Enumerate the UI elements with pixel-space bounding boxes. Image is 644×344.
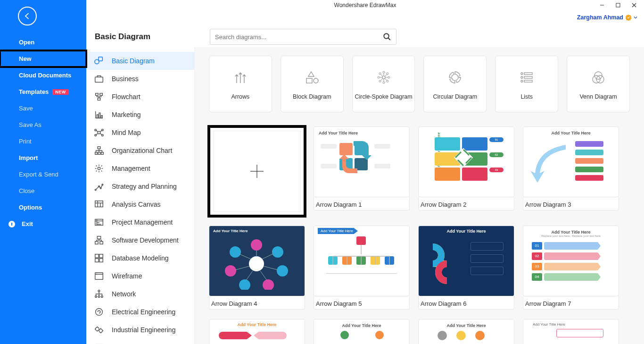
template-thumb: Add Your Title Here xyxy=(523,126,619,197)
mind-icon xyxy=(94,127,104,138)
category-label: Electrical Engineering xyxy=(112,308,175,316)
category-electrical-engineering[interactable]: Electrical Engineering xyxy=(86,303,194,321)
svg-point-17 xyxy=(98,131,100,134)
svg-rect-66 xyxy=(524,80,532,82)
svg-rect-35 xyxy=(100,242,103,244)
template-arrow-diagram-1[interactable]: Add Your Title Here Arrow Diagram 1 xyxy=(314,126,410,216)
canvas-icon xyxy=(94,199,104,210)
nav-item-new[interactable]: New xyxy=(0,50,86,67)
nav-item-save-as[interactable]: Save As xyxy=(0,117,86,133)
category-database-modeling[interactable]: Database Modeling xyxy=(86,249,194,267)
svg-rect-9 xyxy=(99,57,102,61)
template-arrow-diagram-3[interactable]: Add Your Title Here Arrow Diagram 3 xyxy=(523,126,619,216)
wireframe-icon xyxy=(94,271,104,281)
svg-point-26 xyxy=(98,167,100,170)
template-arrow8[interactable]: Add Your Title Here xyxy=(209,319,305,344)
category-sidebar: Basic DiagramBusinessFlowchartMarketingM… xyxy=(86,47,195,344)
category-marketing[interactable]: Marketing xyxy=(86,106,194,124)
category-organizational-chart[interactable]: Organizational Chart xyxy=(86,142,194,159)
minimize-button[interactable] xyxy=(594,0,610,10)
user-account[interactable]: Zargham Ahmad xyxy=(577,14,637,21)
category-basic-diagram[interactable]: Basic Diagram xyxy=(86,52,194,70)
nav-item-export-send[interactable]: Export & Send xyxy=(0,166,86,183)
template-arrow-diagram-5[interactable]: Add Your Title Here Arrow Diagram 5 xyxy=(314,226,410,310)
template-thumb xyxy=(209,126,305,216)
maximize-button[interactable] xyxy=(610,0,626,10)
template-arrow-diagram-2[interactable]: Add Your Title Here 01 02 03Arrow Diagra… xyxy=(418,126,514,216)
nav-item-open[interactable]: Open xyxy=(0,34,86,50)
search-input-wrap[interactable] xyxy=(210,29,396,45)
svg-rect-38 xyxy=(95,259,99,262)
svg-point-46 xyxy=(96,327,99,331)
type-label: Block Diagram xyxy=(293,93,331,100)
category-business[interactable]: Business xyxy=(86,70,194,88)
diagram-type-block-diagram[interactable]: Block Diagram xyxy=(281,56,344,112)
diagram-type-circle-spoke-diagram[interactable]: Circle-Spoke Diagram xyxy=(352,56,415,112)
diagram-type-arrows[interactable]: Arrows xyxy=(209,56,272,112)
category-management[interactable]: Management xyxy=(86,159,194,177)
svg-point-79 xyxy=(225,265,236,277)
svg-rect-40 xyxy=(95,273,103,280)
svg-rect-0 xyxy=(11,223,12,226)
nav-item-save[interactable]: Save xyxy=(0,100,86,117)
type-label: Venn Diagram xyxy=(579,93,617,100)
category-project-management[interactable]: Project Management xyxy=(86,213,194,231)
category-analysis-canvas[interactable]: Analysis Canvas xyxy=(86,195,194,213)
type-label: Arrows xyxy=(231,93,249,100)
svg-point-54 xyxy=(383,82,385,84)
svg-rect-65 xyxy=(524,76,532,78)
nav-item-templates[interactable]: TemplatesNEW xyxy=(0,84,86,100)
category-network[interactable]: Network xyxy=(86,285,194,303)
close-button[interactable] xyxy=(626,0,642,10)
software-icon xyxy=(94,235,104,245)
diagram-type-lists[interactable]: Lists xyxy=(495,56,558,112)
search-input[interactable] xyxy=(215,34,383,41)
svg-rect-25 xyxy=(101,152,104,155)
template-arrow9[interactable]: Add Your Title Here xyxy=(314,319,410,344)
svg-point-89 xyxy=(456,331,466,340)
template-arrow-diagram-4[interactable]: Add Your Title Here Arrow Diagram 4 xyxy=(209,226,305,310)
search-icon[interactable] xyxy=(383,33,391,41)
template-arrow11[interactable]: Add Your Title Here xyxy=(523,319,619,344)
svg-line-85 xyxy=(246,271,253,280)
category-flowchart[interactable]: Flowchart xyxy=(86,88,194,106)
category-software-development[interactable]: Software Development xyxy=(86,231,194,249)
template-arrow-diagram-6[interactable]: Add Your Title Here Arrow Diagram 6 xyxy=(418,226,514,310)
nav-item-cloud-documents[interactable]: Cloud Documents xyxy=(0,67,86,84)
titlebar-region: Wondershare EdrawMax Zargham Ahmad xyxy=(86,0,644,24)
svg-point-20 xyxy=(95,134,97,136)
category-label: Software Development xyxy=(112,236,179,244)
gear-icon xyxy=(94,163,104,174)
nav-item-close[interactable]: Close xyxy=(0,183,86,199)
category-strategy-and-planning[interactable]: Strategy and Planning xyxy=(86,177,194,195)
category-building-plan[interactable]: Building Plan xyxy=(86,339,194,344)
back-button[interactable] xyxy=(18,7,37,25)
project-icon xyxy=(94,217,104,227)
template-thumb: Add Your Title Here 01 02 03 xyxy=(418,126,514,197)
svg-point-43 xyxy=(98,296,100,298)
category-mind-map[interactable]: Mind Map xyxy=(86,124,194,142)
diagram-type-circular-diagram[interactable]: Circular Diagram xyxy=(423,56,487,112)
nav-item-print[interactable]: Print xyxy=(0,133,86,150)
template-blank[interactable] xyxy=(209,126,305,216)
nav-item-import[interactable]: Import xyxy=(0,150,86,166)
nav-item-exit[interactable]: Exit xyxy=(0,216,86,232)
svg-point-47 xyxy=(99,329,102,332)
shapes-icon xyxy=(94,56,104,66)
circular-icon xyxy=(446,68,464,87)
svg-point-80 xyxy=(230,246,241,258)
diagram-type-venn-diagram[interactable]: Venn Diagram xyxy=(567,56,630,112)
svg-line-87 xyxy=(239,254,251,259)
category-label: Business xyxy=(112,75,139,83)
category-wireframe[interactable]: Wireframe xyxy=(86,267,194,285)
svg-point-42 xyxy=(95,296,97,298)
template-arrow10[interactable]: Add Your Title Here xyxy=(418,319,514,344)
nav-item-options[interactable]: Options xyxy=(0,199,86,216)
template-arrow-diagram-7[interactable]: Add Your Title HereReplace your text her… xyxy=(523,226,619,310)
category-industrial-engineering[interactable]: Industrial Engineering xyxy=(86,321,194,339)
category-label: Strategy and Planning xyxy=(112,183,177,190)
template-label: Arrow Diagram 3 xyxy=(523,197,619,210)
chart-icon xyxy=(94,109,104,120)
template-label: Arrow Diagram 7 xyxy=(523,296,619,310)
template-thumb: Add Your Title Here xyxy=(418,319,514,344)
